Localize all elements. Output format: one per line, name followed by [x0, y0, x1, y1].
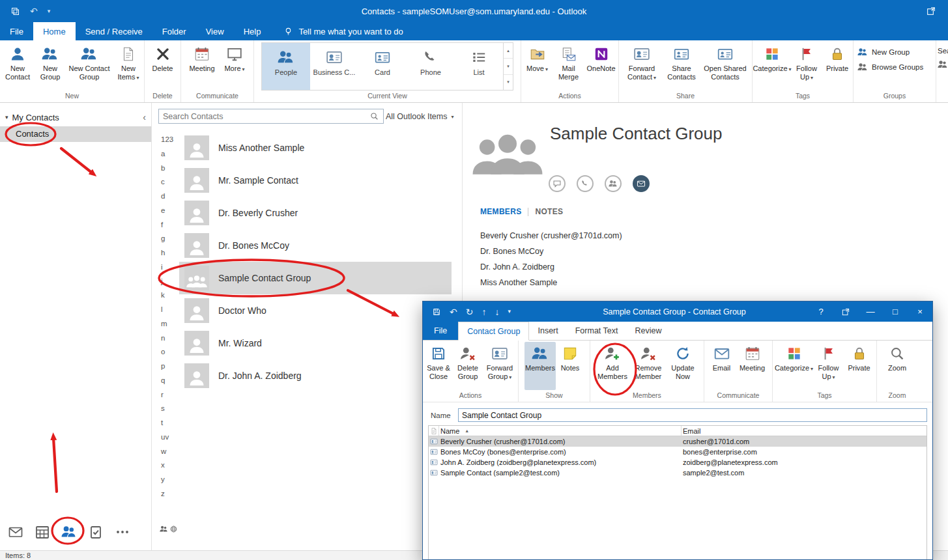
help-button[interactable]: ?: [809, 301, 833, 322]
alphabet-letter[interactable]: uv: [161, 433, 175, 441]
email-action-button[interactable]: [633, 175, 650, 192]
minimize-button[interactable]: —: [858, 301, 883, 322]
alphabet-letter[interactable]: q: [161, 376, 175, 384]
member-link[interactable]: Dr. John A. Zoidberg: [480, 259, 622, 275]
qat-customize-icon[interactable]: ▾: [508, 309, 511, 315]
delete-button[interactable]: Delete: [147, 42, 179, 91]
member-table-row[interactable]: John A. Zoidberg (zoidberg@planetexpress…: [429, 457, 926, 468]
collapse-pane-icon[interactable]: ‹: [143, 112, 146, 122]
expand-triangle-icon[interactable]: ▾: [5, 114, 8, 120]
alphabet-letter[interactable]: e: [161, 206, 175, 214]
search-people-button[interactable]: Search People: [938, 47, 948, 55]
delete-group-button[interactable]: Delete Group: [453, 342, 482, 390]
search-icon[interactable]: [369, 111, 379, 121]
maximize-button[interactable]: □: [883, 301, 908, 322]
member-table-row[interactable]: Sample Contact (sample2@test.com) sample…: [429, 468, 926, 478]
contact-list-item[interactable]: Doctor Who: [179, 294, 452, 327]
save-icon[interactable]: [432, 307, 441, 316]
contact-list-item[interactable]: Dr. Bones McCoy: [179, 229, 452, 262]
onenote-button[interactable]: OneNote: [585, 42, 618, 91]
new-contact-group-button[interactable]: New Contact Group: [66, 42, 113, 91]
new-group-button[interactable]: New Group: [35, 42, 65, 91]
layers-icon[interactable]: [10, 7, 20, 16]
call-action-button[interactable]: [577, 175, 594, 192]
group-name-input[interactable]: [458, 408, 927, 422]
browse-groups-button[interactable]: Browse Groups: [857, 62, 923, 72]
contact-list-item[interactable]: Mr. Wizard: [179, 327, 452, 359]
undo-icon[interactable]: ↶: [450, 307, 457, 316]
tell-me-box[interactable]: Tell me what you want to do: [283, 22, 403, 40]
alphabet-letter[interactable]: a: [161, 150, 175, 158]
dialog-tab-review[interactable]: Review: [626, 322, 670, 340]
dialog-tab-contact-group[interactable]: Contact Group: [458, 322, 529, 341]
contact-list-item[interactable]: Dr. Beverly Crusher: [179, 197, 452, 229]
alphabet-letter[interactable]: h: [161, 249, 175, 257]
column-header-name[interactable]: Name▲: [439, 426, 682, 436]
contact-list-item[interactable]: Dr. John A. Zoidberg: [179, 359, 452, 392]
alphabet-letter[interactable]: i: [161, 263, 175, 271]
column-header-email[interactable]: Email: [682, 426, 926, 436]
dialog-tab-file[interactable]: File: [423, 322, 458, 340]
new-contact-button[interactable]: New Contact: [1, 42, 35, 91]
mail-merge-button[interactable]: Mail Merge: [553, 42, 584, 91]
next-item-icon[interactable]: ↓: [495, 307, 499, 316]
tab-file[interactable]: File: [0, 22, 33, 40]
share-contacts-button[interactable]: Share Contacts: [663, 42, 700, 91]
open-shared-contacts-button[interactable]: Open Shared Contacts: [701, 42, 749, 91]
popout-icon[interactable]: [926, 6, 936, 16]
alphabet-letter[interactable]: n: [161, 334, 175, 342]
follow-up-button[interactable]: Follow Up▾: [791, 42, 822, 91]
private-button[interactable]: Private: [823, 42, 852, 91]
members-table-header[interactable]: Name▲ Email: [429, 426, 926, 436]
alphabet-letter[interactable]: x: [161, 461, 175, 469]
add-members-button[interactable]: Add Members: [595, 342, 630, 390]
tab-members[interactable]: MEMBERS: [480, 207, 521, 216]
alphabet-letter[interactable]: s: [161, 404, 175, 412]
new-items-button[interactable]: New Items▾: [113, 42, 143, 91]
tasks-nav-icon[interactable]: [88, 524, 104, 540]
categorize-button[interactable]: Categorize▾: [776, 342, 812, 390]
alphabet-letter[interactable]: d: [161, 192, 175, 200]
remove-member-button[interactable]: Remove Member: [631, 342, 666, 390]
more-button[interactable]: More▾: [220, 42, 250, 91]
tab-help[interactable]: Help: [234, 22, 271, 40]
more-nav-icon[interactable]: [115, 524, 130, 540]
notes-view-button[interactable]: Notes: [556, 342, 584, 390]
meeting-button[interactable]: Meeting: [736, 342, 769, 390]
alphabet-letter[interactable]: o: [161, 348, 175, 356]
redo-icon[interactable]: ↻: [466, 307, 474, 316]
view-tile-phone[interactable]: Phone: [407, 43, 455, 90]
alphabet-letter[interactable]: b: [161, 164, 175, 172]
mail-nav-icon[interactable]: [8, 524, 23, 540]
view-tile-business-card[interactable]: Business C...: [310, 43, 358, 90]
member-link[interactable]: Dr. Bones McCoy: [480, 244, 622, 259]
view-tile-card[interactable]: Card: [358, 43, 407, 90]
gallery-up-icon[interactable]: ▴: [504, 43, 513, 59]
zoom-button[interactable]: Zoom: [882, 342, 913, 390]
member-table-row[interactable]: Bones McCoy (bones@enterprise.com) bones…: [429, 447, 926, 457]
view-tile-people[interactable]: People: [262, 43, 310, 90]
contact-list-item-selected[interactable]: Sample Contact Group: [179, 262, 452, 294]
alphabet-letter[interactable]: w: [161, 447, 175, 455]
save-close-button[interactable]: Save & Close: [424, 342, 453, 390]
gallery-more-icon[interactable]: ▾: [504, 75, 513, 90]
dialog-tab-insert[interactable]: Insert: [529, 322, 566, 340]
follow-up-button[interactable]: Follow Up▾: [813, 342, 844, 390]
alphabet-letter[interactable]: g: [161, 234, 175, 242]
undo-icon[interactable]: ↶: [30, 7, 38, 16]
my-contacts-header[interactable]: ▾ My Contacts ‹: [0, 103, 151, 122]
contact-list-item[interactable]: Miss Another Sample: [179, 132, 452, 164]
contact-list-item[interactable]: Mr. Sample Contact: [179, 164, 452, 197]
alphabet-letter[interactable]: k: [161, 291, 175, 299]
view-tile-list[interactable]: List: [455, 43, 503, 90]
tab-home[interactable]: Home: [33, 22, 76, 40]
tab-view[interactable]: View: [196, 22, 234, 40]
qat-customize-icon[interactable]: ▾: [48, 8, 51, 14]
new-group-small-button[interactable]: New Group: [857, 47, 910, 57]
tab-send-receive[interactable]: Send / Receive: [76, 22, 152, 40]
members-view-button[interactable]: Members: [524, 342, 556, 390]
previous-item-icon[interactable]: ↑: [481, 307, 486, 316]
meeting-button[interactable]: Meeting: [185, 42, 219, 91]
alphabet-letter[interactable]: t: [161, 419, 175, 427]
forward-group-button[interactable]: Forward Group▾: [483, 342, 517, 390]
